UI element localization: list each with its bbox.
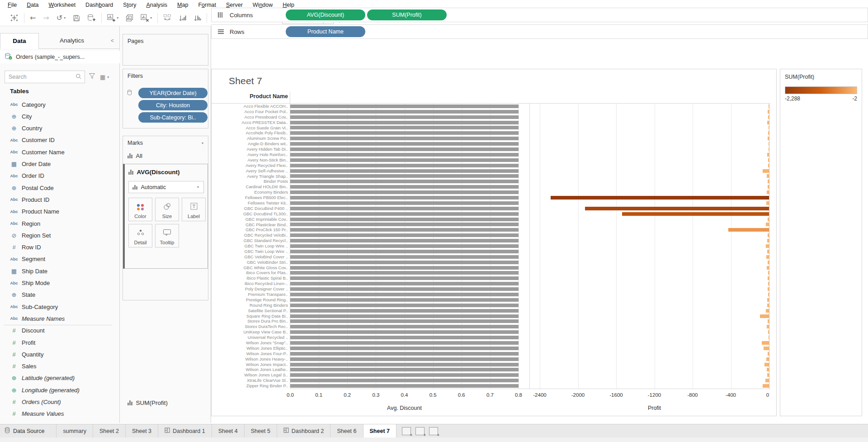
search-box[interactable]: [5, 71, 85, 83]
menu-dashboard[interactable]: Dashboard: [80, 1, 118, 9]
category-label[interactable]: Poly Designer Cover ..: [212, 286, 288, 292]
category-label[interactable]: Economy Binders: [212, 190, 288, 195]
category-label[interactable]: Avery Hidden Tab Di..: [212, 147, 288, 152]
profit-bar-mark[interactable]: [766, 223, 769, 226]
columns-pill[interactable]: SUM(Profit): [367, 10, 447, 20]
size-button[interactable]: Size: [155, 198, 179, 221]
tableau-logo-icon[interactable]: [10, 14, 19, 22]
discount-bar-mark[interactable]: [290, 373, 519, 377]
menu-map[interactable]: Map: [172, 1, 193, 9]
tab-data-source[interactable]: Data Source: [0, 424, 57, 437]
filter-pill[interactable]: YEAR(Order Date): [138, 88, 208, 98]
field-sales[interactable]: #Sales: [0, 361, 120, 372]
discount-bar-mark[interactable]: [290, 169, 519, 173]
profit-bar-mark[interactable]: [768, 352, 769, 356]
profit-bar-mark[interactable]: [768, 180, 769, 183]
profit-bar-mark[interactable]: [768, 276, 769, 280]
category-label[interactable]: Ibico Covers for Plas..: [212, 270, 288, 276]
profit-bar-mark[interactable]: [767, 250, 769, 253]
tooltip-button[interactable]: Tooltip: [155, 224, 179, 247]
profit-bar-mark[interactable]: [769, 142, 769, 146]
discount-bar-mark[interactable]: [290, 239, 519, 242]
category-label[interactable]: GBC Plasticlear Bind..: [212, 222, 288, 228]
discount-bar-mark[interactable]: [290, 304, 519, 307]
category-label[interactable]: Ibico Recycled Linen-..: [212, 281, 288, 286]
discount-bar-mark[interactable]: [290, 218, 519, 221]
sheet-tab-sheet-5[interactable]: Sheet 5: [245, 424, 277, 437]
profit-bar-mark[interactable]: [768, 287, 769, 291]
category-label[interactable]: Acco Four Pocket Pol..: [212, 109, 288, 114]
marks-section-sum-profit[interactable]: SUM(Profit): [126, 396, 212, 410]
category-label[interactable]: GBC DocuBind P400 ..: [212, 206, 288, 211]
field-country[interactable]: ⊕Country: [0, 123, 120, 134]
search-input[interactable]: [5, 71, 72, 83]
color-legend-card[interactable]: SUM(Profit) -2,288 -2: [780, 69, 862, 416]
sheet-tab-sheet-3[interactable]: Sheet 3: [126, 424, 158, 437]
detail-button[interactable]: Detail: [128, 224, 152, 247]
profit-bar-mark[interactable]: [766, 357, 769, 361]
discount-bar-mark[interactable]: [290, 336, 519, 339]
category-label[interactable]: Acco Suede Grain Vi..: [212, 125, 288, 131]
profit-bar-mark[interactable]: [768, 330, 769, 334]
category-label[interactable]: Universal Recycled ..: [212, 335, 288, 340]
profit-bar-mark[interactable]: [768, 131, 769, 135]
discount-bar-mark[interactable]: [290, 153, 519, 157]
category-label[interactable]: Avery Triangle Shap..: [212, 174, 288, 179]
datasource-item[interactable]: Orders (sample_-_supers...: [0, 51, 120, 63]
menu-story[interactable]: Story: [118, 1, 141, 9]
discount-bar-mark[interactable]: [290, 368, 519, 371]
category-label[interactable]: Zipper Ring Binder P..: [212, 383, 288, 389]
profit-bar-mark[interactable]: [763, 169, 769, 173]
discount-bar-mark[interactable]: [290, 228, 519, 232]
profit-bar-mark[interactable]: [767, 121, 769, 124]
discount-bar-mark[interactable]: [290, 131, 519, 135]
discount-bar-mark[interactable]: [290, 250, 519, 253]
field-state[interactable]: ⊕State: [0, 289, 120, 301]
discount-bar-mark[interactable]: [290, 266, 519, 270]
profit-bar-mark[interactable]: [767, 266, 769, 270]
profit-bar-mark[interactable]: [767, 304, 769, 307]
swap-axes-icon[interactable]: [163, 14, 171, 22]
sheet-tab-sheet-6[interactable]: Sheet 6: [330, 424, 363, 437]
discount-bar-mark[interactable]: [290, 379, 519, 382]
discount-bar-mark[interactable]: [290, 244, 519, 248]
discount-bar-mark[interactable]: [290, 384, 519, 388]
profit-bar-mark[interactable]: [767, 174, 769, 178]
category-label[interactable]: GBC Twin Loop Wire ..: [212, 243, 288, 249]
discount-bar-mark[interactable]: [290, 282, 519, 285]
profit-bar-mark[interactable]: [769, 336, 769, 339]
marks-section-all[interactable]: All: [123, 149, 208, 163]
new-story-tab-icon[interactable]: [429, 427, 438, 435]
category-label[interactable]: Wilson Jones Leathe..: [212, 367, 288, 372]
discount-bar-mark[interactable]: [290, 357, 519, 361]
category-label[interactable]: XtraLife ClearVue Sl..: [212, 378, 288, 383]
profit-bar-mark[interactable]: [766, 201, 769, 205]
field-customer-id[interactable]: AbcCustomer ID: [0, 134, 120, 146]
filter-pill[interactable]: Sub-Category: Bi..: [138, 112, 208, 123]
profit-bar-mark[interactable]: [766, 309, 769, 313]
category-label[interactable]: Angle-D Binders wit..: [212, 141, 288, 147]
profit-bar-mark[interactable]: [622, 212, 769, 216]
field-city[interactable]: ⊕City: [0, 110, 120, 122]
profit-bar-mark[interactable]: [728, 228, 769, 232]
filters-card[interactable]: Filters YEAR(Order Date)City: HoustonSub…: [123, 69, 208, 128]
category-label[interactable]: Satellite Sectional P..: [212, 308, 288, 314]
field-quantity[interactable]: #Quantity: [0, 348, 120, 360]
replay-icon[interactable]: ↺▾: [57, 14, 66, 22]
sheet-tab-summary[interactable]: summary: [57, 424, 93, 437]
category-label[interactable]: Fellowes Twister Kit..: [212, 200, 288, 206]
profit-bar-mark[interactable]: [764, 363, 769, 366]
profit-bar-mark[interactable]: [768, 137, 769, 140]
discount-bar-mark[interactable]: [290, 261, 519, 264]
save-icon[interactable]: [73, 14, 80, 22]
discount-bar-mark[interactable]: [290, 330, 519, 334]
profit-bar-mark[interactable]: [768, 110, 769, 114]
profit-bar-mark[interactable]: [767, 190, 769, 194]
field-ship-date[interactable]: ▦Ship Date: [0, 265, 120, 277]
category-label[interactable]: GBC DocuBind TL300..: [212, 211, 288, 217]
pages-card[interactable]: Pages: [123, 34, 208, 66]
discount-bar-mark[interactable]: [290, 276, 519, 280]
field-measure-values[interactable]: #Measure Values: [0, 408, 120, 420]
category-label[interactable]: Premium Transpare..: [212, 292, 288, 297]
profit-bar-mark[interactable]: [768, 282, 769, 285]
